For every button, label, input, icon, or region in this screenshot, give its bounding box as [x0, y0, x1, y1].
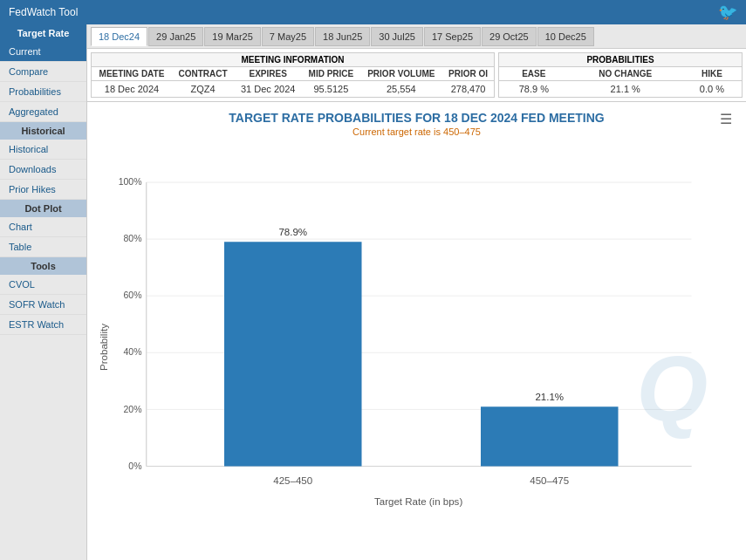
svg-text:80%: 80%: [123, 233, 141, 243]
tab-18jun25[interactable]: 18 Jun25: [315, 27, 370, 46]
meeting-info-table: MEETING DATE CONTRACT EXPIRES MID PRICE …: [92, 67, 494, 97]
tabs-bar: 18 Dec24 29 Jan25 19 Mar25 7 May25 18 Ju…: [87, 24, 746, 49]
sidebar-item-historical[interactable]: Historical: [0, 140, 86, 160]
probabilities-table: EASE NO CHANGE HIKE 78.9 % 21.1 % 0.0 %: [499, 67, 742, 97]
meeting-info-title: MEETING INFORMATION: [92, 53, 494, 67]
tab-29jan25[interactable]: 29 Jan25: [148, 27, 203, 46]
meeting-date-value: 18 Dec 2024: [92, 81, 172, 98]
col-expires: EXPIRES: [234, 67, 302, 81]
sidebar-item-prior-hikes[interactable]: Prior Hikes: [0, 180, 86, 200]
tab-7may25[interactable]: 7 May25: [262, 27, 314, 46]
bar-label-78-9: 78.9%: [278, 227, 307, 237]
prior-volume-value: 25,554: [360, 81, 443, 98]
chart-subtitle: Current target rate is 450–475: [96, 126, 737, 137]
ease-value: 78.9 %: [499, 81, 569, 98]
app-title: FedWatch Tool: [9, 6, 78, 18]
col-no-change: NO CHANGE: [569, 67, 682, 81]
twitter-icon[interactable]: 🐦: [718, 3, 737, 22]
no-change-value: 21.1 %: [569, 81, 682, 98]
svg-text:20%: 20%: [123, 404, 141, 414]
svg-text:60%: 60%: [123, 290, 141, 300]
x-axis-label: Target Rate (in bps): [374, 496, 462, 507]
meeting-info-panel: MEETING INFORMATION MEETING DATE CONTRAC…: [91, 52, 495, 98]
meeting-info-row: 18 Dec 2024 ZQZ4 31 Dec 2024 95.5125 25,…: [92, 81, 494, 98]
tab-18dec24[interactable]: 18 Dec24: [91, 27, 147, 46]
col-ease: EASE: [499, 67, 569, 81]
sidebar-section-target-rate[interactable]: Target Rate: [0, 24, 86, 42]
prior-oi-value: 278,470: [442, 81, 494, 98]
svg-text:0%: 0%: [128, 461, 141, 471]
sidebar-item-probabilities[interactable]: Probabilities: [0, 82, 86, 102]
bar-425-450: [224, 242, 362, 466]
sidebar-section-tools[interactable]: Tools: [0, 257, 86, 275]
chart-area: TARGET RATE PROBABILITIES FOR 18 DEC 202…: [87, 102, 746, 560]
sidebar-item-table[interactable]: Table: [0, 237, 86, 257]
sidebar-item-chart[interactable]: Chart: [0, 217, 86, 237]
sidebar-item-sofr-watch[interactable]: SOFR Watch: [0, 295, 86, 315]
tab-30jul25[interactable]: 30 Jul25: [371, 27, 423, 46]
col-hike: HIKE: [682, 67, 742, 81]
probabilities-panel: PROBABILITIES EASE NO CHANGE HIKE 78.9 %…: [498, 52, 743, 98]
bar-450-475: [481, 406, 619, 466]
sidebar-item-compare[interactable]: Compare: [0, 62, 86, 82]
col-prior-volume: PRIOR VOLUME: [360, 67, 443, 81]
info-area: MEETING INFORMATION MEETING DATE CONTRAC…: [87, 49, 746, 102]
sidebar-item-downloads[interactable]: Downloads: [0, 160, 86, 180]
sidebar-item-estr-watch[interactable]: ESTR Watch: [0, 315, 86, 335]
tab-19mar25[interactable]: 19 Mar25: [204, 27, 260, 46]
tab-17sep25[interactable]: 17 Sep25: [424, 27, 481, 46]
sidebar-item-aggregated[interactable]: Aggregated: [0, 102, 86, 122]
tab-29oct25[interactable]: 29 Oct25: [482, 27, 537, 46]
sidebar-section-dot-plot[interactable]: Dot Plot: [0, 200, 86, 217]
chart-title: TARGET RATE PROBABILITIES FOR 18 DEC 202…: [96, 111, 737, 125]
bar-label-21-1: 21.1%: [535, 392, 564, 402]
bar-chart: Probability 0% 20% 40% 60% 80%: [96, 144, 737, 532]
bar-x-label-425-450: 425–450: [273, 476, 312, 487]
svg-text:100%: 100%: [119, 176, 142, 187]
sidebar-section-historical[interactable]: Historical: [0, 122, 86, 140]
sidebar-item-current[interactable]: Current: [0, 42, 86, 62]
menu-icon[interactable]: ☰: [720, 111, 732, 127]
col-prior-oi: PRIOR OI: [442, 67, 494, 81]
chart-container: Probability 0% 20% 40% 60% 80%: [96, 144, 737, 532]
hike-value: 0.0 %: [682, 81, 742, 98]
watermark: Q: [637, 338, 708, 440]
probabilities-row: 78.9 % 21.1 % 0.0 %: [499, 81, 742, 98]
probabilities-title: PROBABILITIES: [499, 53, 742, 67]
col-meeting-date: MEETING DATE: [92, 67, 172, 81]
sidebar: Target Rate Current Compare Probabilitie…: [0, 24, 87, 560]
col-mid-price: MID PRICE: [302, 67, 359, 81]
svg-text:40%: 40%: [123, 346, 141, 357]
sidebar-item-cvol[interactable]: CVOL: [0, 275, 86, 295]
expires-value: 31 Dec 2024: [234, 81, 302, 98]
app-header: FedWatch Tool 🐦: [0, 0, 746, 24]
svg-text:Probability: Probability: [99, 324, 109, 371]
contract-value: ZQZ4: [172, 81, 234, 98]
col-contract: CONTRACT: [172, 67, 234, 81]
mid-price-value: 95.5125: [302, 81, 359, 98]
bar-x-label-450-475: 450–475: [530, 476, 569, 487]
tab-10dec25[interactable]: 10 Dec25: [537, 27, 594, 46]
